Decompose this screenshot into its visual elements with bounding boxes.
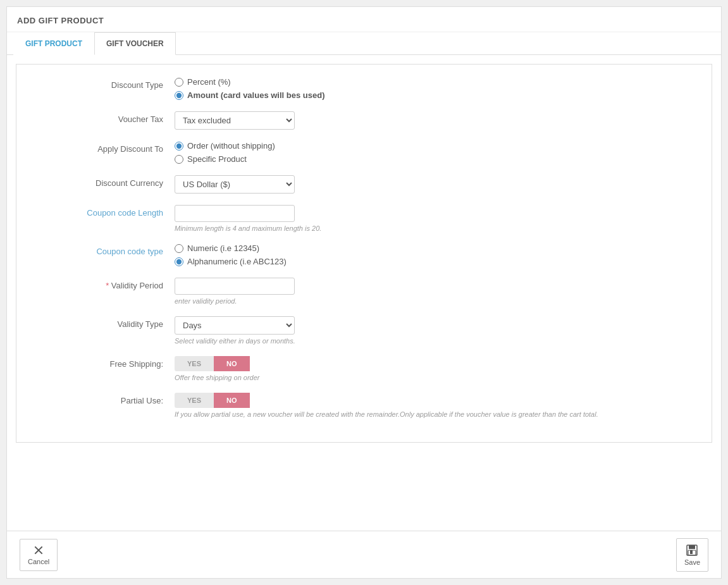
free-shipping-toggle: YES NO [175, 356, 693, 371]
tab-gift-voucher[interactable]: GIFT VOUCHER [94, 32, 176, 55]
save-button[interactable]: Save [676, 538, 708, 572]
coupon-type-label: Coupon code type [35, 243, 175, 256]
validity-type-content: Days Months Select validity either in da… [175, 316, 693, 345]
apply-discount-specific-radio[interactable] [175, 155, 183, 164]
coupon-length-row: Coupon code Length Minimum length is 4 a… [35, 205, 693, 232]
apply-discount-row: Apply Discount To Order (without shippin… [35, 141, 693, 164]
free-shipping-row: Free Shipping: YES NO Offer free shippin… [35, 356, 693, 381]
coupon-length-hint: Minimum length is 4 and maximum length i… [175, 225, 693, 232]
voucher-tax-select[interactable]: Tax excluded Tax included [175, 111, 295, 130]
tabs-container: GIFT PRODUCT GIFT VOUCHER [7, 32, 721, 55]
partial-use-no-button[interactable]: NO [214, 393, 250, 408]
validity-period-row: Validity Period enter validity period. [35, 278, 693, 305]
validity-period-content: enter validity period. [175, 278, 693, 305]
coupon-length-label: Coupon code Length [35, 205, 175, 218]
apply-discount-specific[interactable]: Specific Product [175, 154, 693, 164]
discount-type-label: Discount Type [35, 77, 175, 90]
save-icon [686, 544, 698, 557]
discount-type-content: Percent (%) Amount (card values will bes… [175, 77, 693, 100]
discount-type-row: Discount Type Percent (%) Amount (card v… [35, 77, 693, 100]
apply-discount-order-radio[interactable] [175, 142, 183, 151]
partial-use-hint: If you allow partial use, a new voucher … [175, 410, 693, 418]
coupon-type-alphanumeric-radio[interactable] [175, 257, 183, 266]
apply-discount-content: Order (without shipping) Specific Produc… [175, 141, 693, 164]
free-shipping-no-button[interactable]: NO [214, 356, 250, 371]
main-container: ADD GIFT PRODUCT GIFT PRODUCT GIFT VOUCH… [6, 6, 722, 579]
coupon-type-row: Coupon code type Numeric (i.e 12345) Alp… [35, 243, 693, 266]
discount-type-radio-group: Percent (%) Amount (card values will bes… [175, 77, 693, 100]
partial-use-toggle: YES NO [175, 393, 693, 408]
validity-period-label: Validity Period [35, 278, 175, 290]
validity-type-hint: Select validity either in days or months… [175, 337, 693, 345]
coupon-type-content: Numeric (i.e 12345) Alphanumeric (i.e AB… [175, 243, 693, 266]
validity-type-select[interactable]: Days Months [175, 316, 295, 335]
discount-currency-content: US Dollar ($) Euro (€) [175, 175, 693, 194]
discount-currency-select[interactable]: US Dollar ($) Euro (€) [175, 175, 295, 194]
partial-use-row: Partial Use: YES NO If you allow partial… [35, 393, 693, 418]
coupon-length-input[interactable] [175, 205, 295, 222]
validity-type-row: Validity Type Days Months Select validit… [35, 316, 693, 345]
discount-type-percent-radio[interactable] [175, 78, 183, 87]
coupon-type-numeric[interactable]: Numeric (i.e 12345) [175, 243, 693, 253]
free-shipping-yes-button[interactable]: YES [175, 356, 214, 371]
form-panel: Discount Type Percent (%) Amount (card v… [16, 64, 712, 443]
free-shipping-label: Free Shipping: [35, 356, 175, 369]
validity-type-label: Validity Type [35, 316, 175, 329]
svg-rect-1 [689, 545, 695, 549]
free-shipping-hint: Offer free shipping on order [175, 374, 693, 381]
discount-type-amount-radio[interactable] [175, 91, 183, 100]
coupon-length-content: Minimum length is 4 and maximum length i… [175, 205, 693, 232]
discount-type-amount[interactable]: Amount (card values will bes used) [175, 90, 693, 100]
discount-currency-label: Discount Currency [35, 175, 175, 188]
discount-type-percent[interactable]: Percent (%) [175, 77, 693, 87]
coupon-type-alphanumeric[interactable]: Alphanumeric (i.e ABC123) [175, 257, 693, 266]
bottom-bar: Cancel Save [7, 531, 721, 578]
voucher-tax-label: Voucher Tax [35, 111, 175, 124]
coupon-type-numeric-radio[interactable] [175, 244, 183, 253]
voucher-tax-content: Tax excluded Tax included [175, 111, 693, 130]
apply-discount-radio-group: Order (without shipping) Specific Produc… [175, 141, 693, 164]
close-icon [33, 545, 44, 556]
apply-discount-order[interactable]: Order (without shipping) [175, 141, 693, 151]
svg-rect-3 [690, 550, 693, 554]
apply-discount-label: Apply Discount To [35, 141, 175, 154]
discount-currency-row: Discount Currency US Dollar ($) Euro (€) [35, 175, 693, 194]
tab-gift-product[interactable]: GIFT PRODUCT [13, 32, 94, 55]
page-title: ADD GIFT PRODUCT [7, 7, 721, 32]
partial-use-yes-button[interactable]: YES [175, 393, 214, 408]
validity-period-hint: enter validity period. [175, 297, 693, 305]
cancel-button[interactable]: Cancel [20, 539, 58, 571]
coupon-type-radio-group: Numeric (i.e 12345) Alphanumeric (i.e AB… [175, 243, 693, 266]
validity-period-input[interactable] [175, 278, 295, 295]
partial-use-label: Partial Use: [35, 393, 175, 405]
voucher-tax-row: Voucher Tax Tax excluded Tax included [35, 111, 693, 130]
free-shipping-content: YES NO Offer free shipping on order [175, 356, 693, 381]
partial-use-content: YES NO If you allow partial use, a new v… [175, 393, 693, 418]
